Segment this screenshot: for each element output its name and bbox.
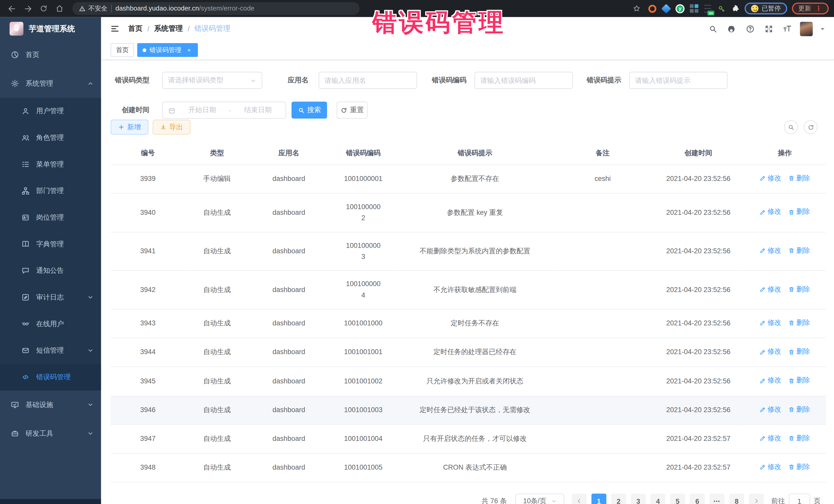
delete-link[interactable]: 删除 (788, 173, 810, 184)
sidebar-item-sms[interactable]: 短信管理 (0, 337, 101, 364)
sidebar-footer (0, 499, 101, 504)
extension-green-icon[interactable]: y (675, 4, 684, 13)
delete-link[interactable]: 删除 (788, 375, 810, 386)
toggle-search-button[interactable] (784, 120, 798, 134)
update-button[interactable]: 更新 ⋮ (792, 3, 829, 14)
tab-home[interactable]: 首页 (111, 43, 134, 57)
edit-link[interactable]: 修改 (760, 346, 782, 357)
edit-link[interactable]: 修改 (760, 245, 782, 256)
text-size-icon[interactable] (782, 23, 793, 35)
extension-ring-icon[interactable] (648, 4, 657, 13)
edit-link[interactable]: 修改 (760, 404, 782, 415)
sidebar-item-roles[interactable]: 角色管理 (0, 125, 101, 151)
edit-link[interactable]: 修改 (760, 284, 782, 295)
sidebar-item-system[interactable]: 系统管理 (0, 69, 101, 98)
page-button-1[interactable]: 1 (592, 494, 607, 504)
paused-badge[interactable]: 已暂停 (745, 3, 787, 14)
sidebar-item-notice[interactable]: 通知公告 (0, 257, 101, 284)
add-button[interactable]: 新增 (111, 119, 148, 134)
edit-link[interactable]: 修改 (760, 433, 782, 444)
tab-close-icon[interactable]: × (185, 46, 193, 53)
search-icon (788, 124, 794, 131)
extension-puzzle-icon[interactable] (731, 4, 740, 13)
goto-page-input[interactable] (789, 494, 810, 504)
address-bar[interactable]: 不安全 dashboard.yudao.iocoder.cn/system/er… (72, 2, 359, 15)
extension-gem-icon[interactable] (662, 4, 671, 13)
security-label: 不安全 (88, 4, 108, 13)
error-code-input[interactable] (480, 76, 567, 84)
delete-link[interactable]: 删除 (788, 404, 810, 415)
delete-link[interactable]: 删除 (788, 433, 810, 444)
hamburger-icon[interactable] (110, 24, 119, 34)
page-size-select[interactable]: 10条/页 (515, 494, 564, 504)
bookmark-star-icon[interactable] (630, 2, 643, 15)
breadcrumb-home[interactable]: 首页 (128, 24, 143, 34)
delete-link[interactable]: 删除 (788, 245, 810, 256)
error-hint-input[interactable] (635, 76, 722, 84)
fullscreen-icon[interactable] (763, 23, 774, 35)
sidebar-item-departments[interactable]: 部门管理 (0, 178, 101, 204)
sidebar-item-dict[interactable]: 字典管理 (0, 231, 101, 258)
edit-link[interactable]: 修改 (760, 206, 782, 218)
chevron-down-icon (87, 430, 94, 437)
more-pages-button[interactable]: ••• (709, 494, 724, 504)
caret-down-icon[interactable] (820, 24, 826, 34)
extension-on-icon[interactable]: on (703, 5, 712, 13)
extension-key-icon[interactable] (717, 4, 726, 13)
error-hint-field[interactable] (629, 72, 727, 89)
security-warning[interactable]: 不安全 (79, 4, 108, 13)
edit-link[interactable]: 修改 (760, 375, 782, 386)
page-button-6[interactable]: 6 (690, 494, 705, 504)
delete-link[interactable]: 删除 (788, 346, 810, 357)
cell-id: 3946 (111, 396, 185, 424)
page-button-2[interactable]: 2 (611, 494, 626, 504)
edit-link[interactable]: 修改 (760, 462, 782, 473)
app-logo[interactable]: 芋道管理系统 (0, 17, 101, 40)
tab-error-code[interactable]: 错误码管理 × (137, 43, 198, 57)
help-icon[interactable] (744, 23, 756, 35)
export-button[interactable]: 导出 (153, 119, 191, 134)
edit-link[interactable]: 修改 (760, 317, 782, 328)
delete-link[interactable]: 删除 (788, 317, 810, 328)
date-range-picker[interactable]: 开始日期 - 结束日期 (162, 102, 286, 118)
delete-link[interactable]: 删除 (788, 284, 810, 295)
sidebar-item-error-code[interactable]: 错误码管理 (0, 364, 101, 391)
sidebar-item-menus[interactable]: 菜单管理 (0, 151, 101, 178)
github-icon[interactable] (725, 23, 737, 35)
cell-id: 3945 (111, 367, 185, 396)
next-page-button[interactable] (749, 494, 764, 504)
delete-link[interactable]: 删除 (788, 462, 810, 473)
sidebar-item-home[interactable]: 首页 (0, 41, 101, 69)
trash-icon (788, 349, 795, 355)
error-type-select[interactable]: 请选择错误码类型 (162, 72, 262, 89)
breadcrumb-system[interactable]: 系统管理 (154, 24, 183, 34)
reset-button[interactable]: 重置 (337, 102, 368, 118)
page-button-5[interactable]: 5 (670, 494, 685, 504)
back-icon[interactable] (5, 2, 18, 15)
sidebar-item-posts[interactable]: 岗位管理 (0, 204, 101, 231)
more-menu-icon[interactable]: ⋮ (815, 5, 822, 12)
edit-link[interactable]: 修改 (760, 173, 782, 184)
cell-ops: 修改删除 (744, 454, 826, 482)
refresh-table-button[interactable] (804, 120, 817, 134)
sidebar-item-users[interactable]: 用户管理 (0, 98, 101, 125)
search-icon[interactable] (707, 23, 719, 35)
app-name-input[interactable] (324, 76, 411, 84)
sidebar-item-infra[interactable]: 基础设施 (0, 390, 101, 419)
prev-page-button[interactable] (572, 494, 587, 504)
extension-grid-icon[interactable] (689, 4, 698, 13)
sidebar-item-online-users[interactable]: 在线用户 (0, 310, 101, 337)
delete-link[interactable]: 删除 (788, 206, 810, 218)
search-button[interactable]: 搜索 (291, 102, 327, 118)
avatar[interactable] (800, 22, 813, 36)
sidebar-item-dev-tools[interactable]: 研发工具 (0, 419, 101, 448)
forward-icon[interactable] (21, 2, 34, 15)
page-button-4[interactable]: 4 (651, 494, 665, 504)
page-button-3[interactable]: 3 (631, 494, 646, 504)
error-code-field[interactable] (475, 72, 573, 89)
home-icon[interactable] (53, 2, 66, 15)
reload-icon[interactable] (37, 2, 50, 15)
page-button-8[interactable]: 8 (729, 494, 744, 504)
sidebar-item-audit-log[interactable]: 审计日志 (0, 284, 101, 311)
app-name-field[interactable] (319, 72, 417, 89)
